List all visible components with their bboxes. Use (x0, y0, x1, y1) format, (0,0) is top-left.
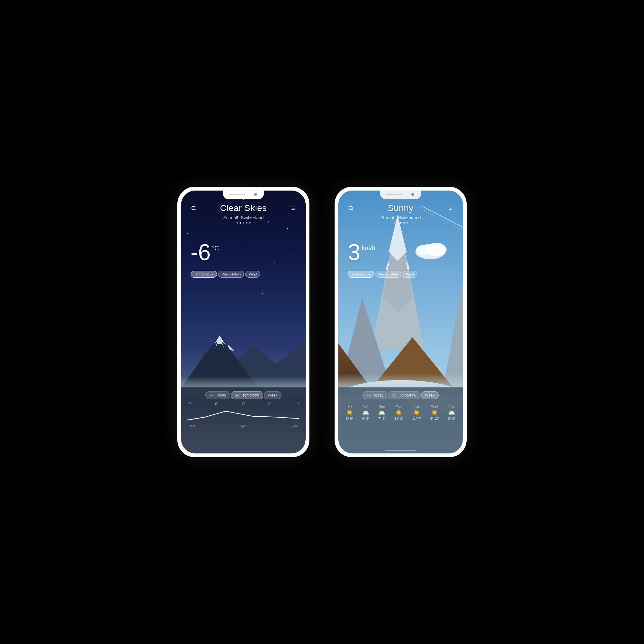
forecast-sat-temps: 6°-2° (362, 417, 369, 420)
search-icon-night[interactable] (189, 203, 198, 213)
dot-4-day (403, 222, 405, 224)
search-icon-day[interactable] (346, 203, 356, 213)
forecast-sat-icon: 🌥️ (362, 409, 369, 416)
bottom-panel-day: FRI Today SAT Tomorrow Week Fri ☀️ (338, 387, 463, 453)
phone-day-inner: Sunny ≡ Zermatt, Switzerland 3 km/h (338, 191, 463, 453)
phone-night: Clear Skies ≡ Zermatt, Switzerland -6 °C (177, 187, 309, 457)
svg-line-7 (195, 209, 196, 210)
tab-temperature-day[interactable]: Temparature (348, 271, 374, 278)
tab-precipitation-night[interactable]: Precipitation (218, 271, 244, 278)
bottom-panel-night: FRI Today SAT Tomorrow Week -6° 0° (181, 387, 306, 453)
tab-wind-night[interactable]: Wind (245, 271, 260, 278)
forecast-thu-temps: 8°-2° (448, 417, 455, 420)
weather-title-night: Clear Skies (220, 203, 267, 213)
tab-bar-night: Temparature Precipitation Wind (191, 271, 260, 278)
menu-icon-night[interactable]: ≡ (288, 203, 298, 213)
period-tomorrow-day[interactable]: SAT Tomorrow (388, 391, 420, 399)
svg-point-25 (349, 206, 353, 210)
chart-val-4: 0° (268, 402, 272, 406)
today-label: Today (216, 393, 226, 397)
location-night: Zermatt, Switzerland (223, 215, 264, 220)
dot-5-night (249, 222, 251, 224)
location-day: Zermatt, Switzerland (380, 215, 421, 220)
svg-line-26 (352, 209, 353, 210)
forecast-fri: Fri ☀️ 8°-6° (346, 404, 353, 420)
dot-5-day (406, 222, 408, 224)
week-label: Week (268, 393, 277, 397)
dot-4-night (246, 222, 247, 224)
time-labels-night: 3am 3pm 2am (187, 425, 299, 428)
phone-night-inner: Clear Skies ≡ Zermatt, Switzerland -6 °C (181, 191, 306, 453)
temp-unit: °C (212, 245, 219, 252)
forecast-thu: Thu 🌥️ 8°-2° (448, 404, 455, 420)
phones-container: Clear Skies ≡ Zermatt, Switzerland -6 °C (177, 187, 467, 457)
forecast-tue: Tue ☀️ 11°-7° (412, 404, 421, 420)
today-day-label: FRI (209, 394, 214, 397)
temp-chart-night: -6° 0° 7° 0° -1° (181, 402, 306, 427)
forecast-wed-name: Wed (431, 404, 438, 408)
forecast-sun-temps: 7°-2° (378, 417, 385, 420)
period-today-day[interactable]: FRI Today (363, 391, 387, 399)
week-label-day: Week (425, 393, 435, 397)
forecast-mon-icon: ☀️ (395, 409, 402, 416)
forecast-sun-icon: 🌥️ (378, 409, 385, 416)
tab-bar-day: Temparature Precipitation Wind (348, 271, 417, 278)
svg-point-24 (416, 245, 433, 256)
period-tomorrow-night[interactable]: SAT Tomorrow (231, 391, 263, 399)
forecast-tue-temps: 11°-7° (412, 417, 421, 420)
time-2: 3pm (240, 425, 246, 428)
chart-val-5: -1° (295, 402, 299, 406)
tomorrow-label: Tomorrow (242, 393, 259, 397)
forecast-wed-temps: 6°-12° (430, 417, 439, 420)
tab-temperature-night[interactable]: Temparature (191, 271, 217, 278)
tomorrow-day-label: SAT (235, 394, 241, 397)
forecast-wed-icon: ☀️ (431, 409, 438, 416)
dot-1-night (236, 222, 238, 224)
forecast-thu-icon: 🌥️ (448, 409, 455, 416)
header-day: Sunny ≡ Zermatt, Switzerland (338, 200, 463, 224)
today-label-day: Today (373, 393, 383, 397)
tomorrow-day-label-day: SAT (392, 394, 398, 397)
home-indicator-day (385, 450, 416, 451)
chart-val-2: 0° (215, 402, 219, 406)
header-night: Clear Skies ≡ Zermatt, Switzerland (181, 200, 306, 224)
period-tabs-day: FRI Today SAT Tomorrow Week (338, 387, 463, 402)
forecast-tue-icon: ☀️ (413, 409, 420, 416)
header-row-day: Sunny ≡ (346, 203, 455, 213)
wind-display: 3 km/h (348, 241, 375, 264)
dot-3-day (400, 222, 402, 224)
menu-icon-day[interactable]: ≡ (446, 203, 455, 213)
forecast-mon: Mon ☀️ 11°-2° (394, 404, 403, 420)
dot-3-night (243, 222, 244, 224)
forecast-sat: Sat 🌥️ 6°-2° (362, 404, 369, 420)
forecast-sat-name: Sat (363, 404, 369, 408)
forecast-thu-name: Thu (449, 404, 455, 408)
wind-unit: km/h (362, 245, 375, 252)
period-week-night[interactable]: Week (264, 391, 281, 399)
time-1: 3am (189, 425, 195, 428)
forecast-grid: Fri ☀️ 8°-6° Sat 🌥️ 6°-2° Sun 🌥️ 7°-2° (338, 402, 463, 420)
dot-2-night (240, 222, 241, 224)
temp-value: -6 (191, 241, 211, 264)
forecast-fri-name: Fri (347, 404, 352, 408)
temperature-display: -6 °C (191, 241, 219, 264)
header-row-night: Clear Skies ≡ (189, 203, 298, 213)
dots-day (394, 222, 408, 224)
notch-night (223, 191, 264, 199)
tomorrow-label-day: Tomorrow (400, 393, 416, 397)
dots-night (236, 222, 251, 224)
tab-wind-day[interactable]: Wind (403, 271, 417, 278)
chart-val-1: -6° (187, 402, 192, 406)
period-today-night[interactable]: FRI Today (205, 391, 230, 399)
period-tabs-night: FRI Today SAT Tomorrow Week (181, 387, 306, 402)
forecast-mon-temps: 11°-2° (394, 417, 403, 420)
forecast-tue-name: Tue (414, 404, 420, 408)
phone-day: Sunny ≡ Zermatt, Switzerland 3 km/h (335, 187, 467, 457)
tab-precipitation-day[interactable]: Precipitation (375, 271, 402, 278)
forecast-fri-icon: ☀️ (346, 409, 353, 416)
today-day-label-day: FRI (367, 394, 372, 397)
forecast-mon-name: Mon (396, 404, 402, 408)
svg-point-6 (192, 206, 195, 210)
dot-2-day (397, 222, 398, 224)
period-week-day[interactable]: Week (421, 391, 439, 399)
